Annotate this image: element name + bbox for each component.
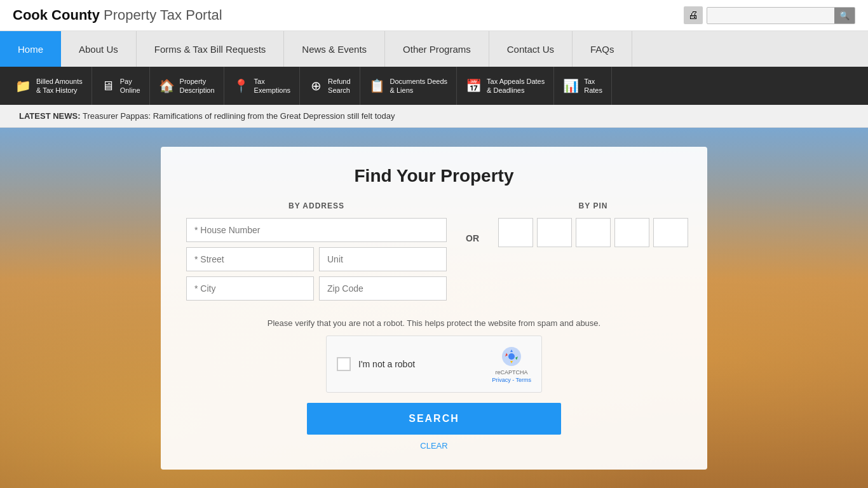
toolbar: 📁 Billed Amounts & Tax History 🖥 Pay Onl… (0, 67, 868, 105)
search-box: 🔍 (707, 7, 855, 24)
nav-item-news[interactable]: News & Events (284, 31, 385, 67)
billed-icon: 📁 (15, 78, 31, 93)
search-input[interactable] (707, 8, 834, 24)
news-text: Treasurer Pappas: Ramifications of redli… (83, 111, 395, 121)
rates-icon: 📊 (563, 78, 579, 93)
logo-bold: Cook County (13, 7, 100, 23)
robot-text: Please verify that you are not a robot. … (186, 318, 682, 328)
pay-icon: 🖥 (101, 79, 115, 93)
form-sections: BY ADDRESS OR BY PIN (186, 201, 682, 306)
street-unit-row (186, 247, 447, 271)
toolbar-refund[interactable]: ⊕ Refund Search (300, 67, 360, 105)
toolbar-tax-exempt[interactable]: 📍 Tax Exemptions (224, 67, 300, 105)
header-search: 🖨 🔍 (684, 6, 855, 24)
address-section-label: BY ADDRESS (186, 201, 447, 210)
main-content: Find Your Property BY ADDRESS OR (0, 128, 868, 488)
clear-link[interactable]: CLEAR (186, 441, 682, 451)
recaptcha-sub2: Privacy - Terms (492, 377, 531, 383)
recaptcha-left: I'm not a robot (337, 357, 415, 371)
pin-box-5[interactable] (653, 218, 688, 247)
header: Cook County Property Tax Portal 🖨 🔍 (0, 0, 868, 31)
city-input[interactable] (186, 276, 314, 301)
toolbar-appeals[interactable]: 📅 Tax Appeals Dates & Deadlines (457, 67, 554, 105)
pin-section-label: BY PIN (498, 201, 688, 210)
nav-item-about[interactable]: About Us (61, 31, 137, 67)
pin-box-1[interactable] (498, 218, 533, 247)
recaptcha-logo: reCAPTCHA Privacy - Terms (492, 345, 531, 383)
print-icon[interactable]: 🖨 (684, 6, 703, 24)
docs-icon: 📋 (369, 78, 385, 93)
nav-item-forms[interactable]: Forms & Tax Bill Requests (137, 31, 285, 67)
city-zip-row (186, 276, 447, 301)
toolbar-rates[interactable]: 📊 Tax Rates (554, 67, 612, 105)
toolbar-billed[interactable]: 📁 Billed Amounts & Tax History (6, 67, 92, 105)
search-form-card: Find Your Property BY ADDRESS OR (161, 147, 707, 470)
recaptcha-sub1: reCAPTCHA (496, 369, 528, 376)
tax-exempt-icon: 📍 (233, 78, 249, 93)
svg-point-0 (508, 353, 515, 360)
nav-item-other[interactable]: Other Programs (385, 31, 489, 67)
recaptcha-label: I'm not a robot (358, 359, 415, 369)
street-input[interactable] (186, 247, 314, 271)
logo: Cook County Property Tax Portal (13, 7, 222, 24)
address-section: BY ADDRESS (186, 201, 447, 306)
pin-box-4[interactable] (614, 218, 649, 247)
recaptcha-checkbox[interactable] (337, 357, 351, 371)
or-divider: OR (447, 201, 498, 243)
unit-input[interactable] (319, 247, 447, 271)
zip-input[interactable] (319, 276, 447, 301)
house-number-row (186, 218, 447, 242)
toolbar-docs[interactable]: 📋 Documents Deeds & Liens (360, 67, 458, 105)
pin-section: BY PIN (498, 201, 688, 247)
form-title: Find Your Property (186, 166, 682, 186)
nav-item-home[interactable]: Home (0, 31, 61, 67)
nav-item-contact[interactable]: Contact Us (489, 31, 573, 67)
toolbar-pay[interactable]: 🖥 Pay Online (92, 67, 150, 105)
house-number-input[interactable] (186, 218, 447, 242)
news-prefix: LATEST NEWS: (19, 111, 81, 121)
main-nav: Home About Us Forms & Tax Bill Requests … (0, 31, 868, 67)
pin-box-2[interactable] (537, 218, 572, 247)
logo-light: Property Tax Portal (100, 7, 222, 23)
news-bar: LATEST NEWS: Treasurer Pappas: Ramificat… (0, 105, 868, 128)
property-icon: 🏠 (159, 78, 175, 93)
recaptcha-box[interactable]: I'm not a robot reCAPTCHA Privacy - Term… (326, 336, 542, 393)
refund-icon: ⊕ (309, 78, 323, 93)
pin-boxes (498, 218, 688, 247)
toolbar-property[interactable]: 🏠 Property Description (150, 67, 224, 105)
nav-item-faqs[interactable]: FAQs (573, 31, 633, 67)
recaptcha-icon (500, 345, 523, 368)
search-submit-button[interactable]: 🔍 (834, 8, 855, 24)
appeals-icon: 📅 (466, 78, 482, 93)
pin-box-3[interactable] (576, 218, 611, 247)
search-button[interactable]: SEARCH (307, 403, 561, 435)
